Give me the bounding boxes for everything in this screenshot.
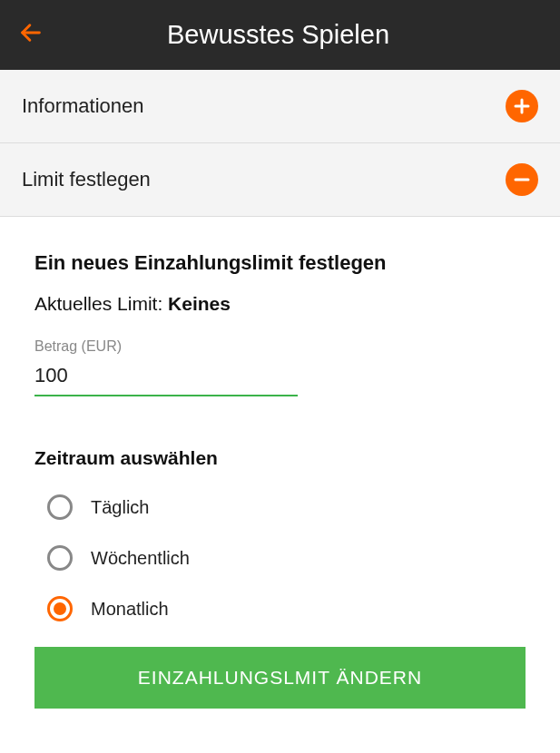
amount-label: Betrag (EUR): [34, 338, 526, 355]
accordion-limit-festlegen[interactable]: Limit festlegen: [0, 143, 560, 217]
radio-weekly[interactable]: Wöchentlich: [47, 545, 526, 571]
radio-icon: [47, 494, 73, 520]
radio-icon: [47, 596, 73, 621]
amount-input[interactable]: [34, 360, 298, 396]
accordion-label: Informationen: [22, 94, 144, 118]
current-limit-row: Aktuelles Limit: Keines: [34, 293, 526, 315]
current-limit-prefix: Aktuelles Limit:: [34, 293, 168, 314]
submit-button[interactable]: EINZAHLUNGSLMIT ÄNDERN: [34, 647, 526, 709]
radio-label: Monatlich: [91, 599, 169, 620]
current-limit-value: Keines: [168, 293, 231, 314]
radio-label: Wöchentlich: [91, 548, 190, 569]
period-heading: Zeitraum auswählen: [34, 447, 526, 469]
radio-icon: [47, 545, 73, 571]
limit-form-panel: Ein neues Einzahlungslimit festlegen Akt…: [0, 217, 560, 709]
minus-icon: [506, 163, 538, 196]
plus-icon: [506, 90, 538, 122]
app-header: Bewusstes Spielen: [0, 0, 560, 70]
accordion-label: Limit festlegen: [22, 168, 151, 191]
accordion-informationen[interactable]: Informationen: [0, 70, 560, 143]
form-heading: Ein neues Einzahlungslimit festlegen: [34, 251, 526, 275]
period-section: Zeitraum auswählen Täglich Wöchentlich M…: [34, 447, 526, 621]
period-radio-group: Täglich Wöchentlich Monatlich: [34, 494, 526, 621]
page-title: Bewusstes Spielen: [15, 20, 542, 50]
radio-monthly[interactable]: Monatlich: [47, 596, 526, 621]
radio-label: Täglich: [91, 497, 149, 518]
radio-daily[interactable]: Täglich: [47, 494, 526, 520]
